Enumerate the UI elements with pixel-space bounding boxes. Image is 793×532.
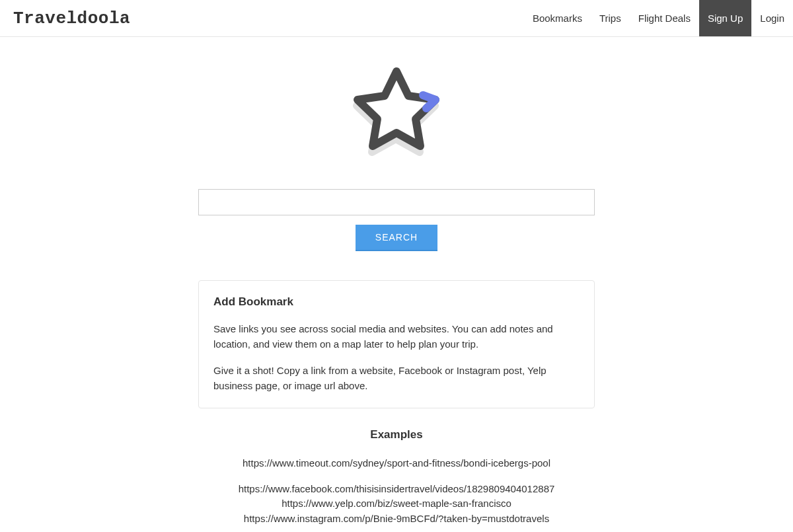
- card-paragraph-2: Give it a shot! Copy a link from a websi…: [213, 363, 580, 393]
- nav-flight-deals[interactable]: Flight Deals: [630, 0, 699, 36]
- card-paragraph-1: Save links you see across social media a…: [213, 322, 580, 352]
- logo[interactable]: Traveldoola: [13, 9, 130, 28]
- example-link[interactable]: https://www.facebook.com/thisisinsidertr…: [198, 482, 595, 497]
- example-link[interactable]: https://www.timeout.com/sydney/sport-and…: [198, 456, 595, 471]
- header: Traveldoola Bookmarks Trips Flight Deals…: [0, 0, 793, 37]
- add-bookmark-card: Add Bookmark Save links you see across s…: [198, 280, 595, 408]
- card-title: Add Bookmark: [213, 295, 580, 309]
- nav-trips[interactable]: Trips: [591, 0, 630, 36]
- nav-bookmarks[interactable]: Bookmarks: [524, 0, 591, 36]
- search-input[interactable]: [198, 189, 595, 215]
- star-icon: [344, 63, 449, 169]
- examples-list: https://www.timeout.com/sydney/sport-and…: [198, 456, 595, 526]
- nav-sign-up[interactable]: Sign Up: [699, 0, 751, 36]
- example-link[interactable]: https://www.instagram.com/p/Bnie-9mBCFd/…: [198, 512, 595, 527]
- example-link[interactable]: https://www.yelp.com/biz/sweet-maple-san…: [198, 496, 595, 512]
- main-content: SEARCH Add Bookmark Save links you see a…: [198, 37, 595, 526]
- examples-title: Examples: [198, 428, 595, 441]
- main-nav: Bookmarks Trips Flight Deals Sign Up Log…: [524, 0, 793, 36]
- nav-login[interactable]: Login: [751, 0, 793, 36]
- search-button[interactable]: SEARCH: [356, 225, 437, 251]
